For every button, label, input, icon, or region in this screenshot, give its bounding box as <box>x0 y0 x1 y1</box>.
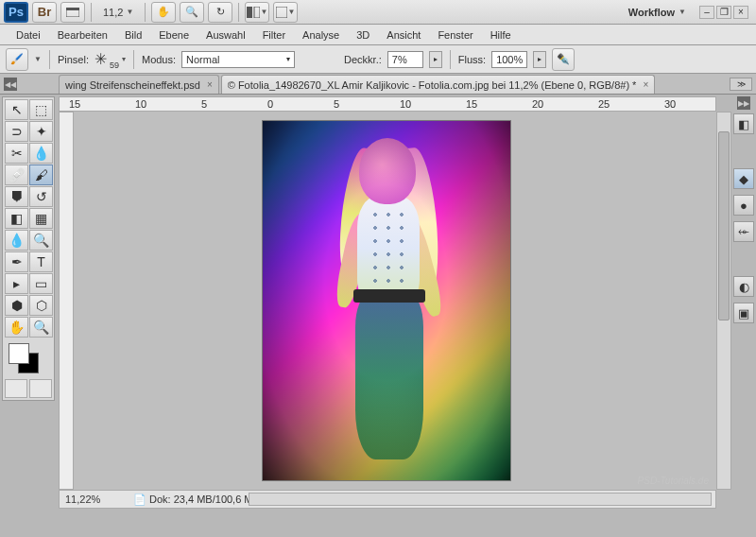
menu-datei[interactable]: Datei <box>8 25 49 44</box>
eraser-tool-icon[interactable]: ◧ <box>5 208 28 229</box>
crop-tool-icon[interactable]: ✂ <box>5 143 28 164</box>
menu-bild[interactable]: Bild <box>116 25 150 44</box>
opacity-label: Deckkr.: <box>344 54 382 65</box>
menu-3d[interactable]: 3D <box>348 25 378 44</box>
color-swatches[interactable] <box>5 341 52 375</box>
horizontal-scrollbar[interactable] <box>249 493 712 506</box>
flow-input[interactable]: 100% <box>491 51 527 68</box>
hand-tool-icon[interactable]: ✋ <box>5 317 28 338</box>
menu-fenster[interactable]: Fenster <box>429 25 481 44</box>
workspace: ↖ ⬚ ⊃ ✦ ✂ 💧 🩹 🖌 ⛊ ↺ ◧ ▦ 💧 🔍 ✒ T ▸ ▭ ⬢ ⬡ … <box>0 95 756 511</box>
brush-tool-icon[interactable]: 🖌 <box>29 165 53 185</box>
color-panel-icon[interactable]: ◧ <box>733 113 754 134</box>
menu-bearbeiten[interactable]: Bearbeiten <box>49 25 116 44</box>
separator <box>238 3 239 22</box>
status-bar: 11,22% 📄 Dok: 23,4 MB/100,6 MB ▸ <box>59 490 716 509</box>
watermark: PSD-Tutorials.de <box>638 476 709 486</box>
quickmask-icon[interactable] <box>5 379 27 398</box>
brush-picker[interactable]: ✳59▾ <box>94 50 126 68</box>
gradient-tool-icon[interactable]: ▦ <box>29 208 53 229</box>
brush-tool-preset-icon[interactable]: 🖌️ <box>6 48 28 71</box>
lasso-tool-icon[interactable]: ⊃ <box>5 121 28 142</box>
zoom-tool-icon[interactable]: 🔍 <box>29 317 53 338</box>
stamp-tool-icon[interactable]: ⛊ <box>5 186 28 207</box>
horizontal-ruler: 15105051015202530 <box>59 96 716 112</box>
collapse-left-icon[interactable]: ◀◀ <box>4 78 17 91</box>
move-tool-icon[interactable]: ↖ <box>5 99 28 120</box>
airbrush-icon[interactable]: ✒️ <box>552 48 575 71</box>
close-button[interactable]: × <box>733 6 748 19</box>
screenmode-icon[interactable] <box>29 379 52 398</box>
paths-panel-icon[interactable]: ⬰ <box>733 221 754 242</box>
layers-panel-icon[interactable]: ◆ <box>733 168 754 189</box>
close-tab-icon[interactable]: × <box>207 79 213 90</box>
pen-tool-icon[interactable]: ✒ <box>5 251 28 272</box>
rotate-view-icon[interactable]: ↻ <box>208 2 232 23</box>
history-brush-tool-icon[interactable]: ↺ <box>29 186 53 207</box>
workspace-switcher[interactable]: Workflow▼ <box>628 7 692 18</box>
canvas-viewport[interactable]: PSD-Tutorials.de <box>74 112 716 490</box>
dodge-tool-icon[interactable]: 🔍 <box>29 230 53 251</box>
marquee-tool-icon[interactable]: ⬚ <box>29 99 53 120</box>
zoom-tool-icon[interactable]: 🔍 <box>180 2 204 23</box>
blend-mode-select[interactable]: Normal▾ <box>181 51 295 68</box>
blur-tool-icon[interactable]: 💧 <box>5 230 28 251</box>
app-top-bar: Ps Br 11,2▼ ✋ 🔍 ↻ ▼ ▼ Workflow▼ – ❐ × <box>0 0 756 25</box>
separator <box>133 50 134 69</box>
opacity-input[interactable]: 7% <box>387 51 423 68</box>
chevron-down-icon[interactable]: ▼ <box>34 55 42 63</box>
separator <box>450 50 451 69</box>
svg-rect-2 <box>247 7 252 18</box>
channels-panel-icon[interactable]: ● <box>733 195 754 216</box>
menu-ebene[interactable]: Ebene <box>150 25 198 44</box>
flow-slider-toggle[interactable]: ▸ <box>533 51 546 68</box>
type-tool-icon[interactable]: T <box>29 251 53 272</box>
photoshop-logo-icon[interactable]: Ps <box>4 2 28 23</box>
hand-tool-icon[interactable]: ✋ <box>151 2 176 23</box>
status-zoom[interactable]: 11,22% <box>65 494 122 505</box>
menu-hilfe[interactable]: Hilfe <box>482 25 520 44</box>
eyedropper-tool-icon[interactable]: 💧 <box>29 143 53 164</box>
mode-label: Modus: <box>142 54 176 65</box>
menu-ansicht[interactable]: Ansicht <box>378 25 429 44</box>
3d-camera-tool-icon[interactable]: ⬡ <box>29 295 53 316</box>
document-tab-2[interactable]: © Fotolia_14982670_XL Amir Kaljikovic - … <box>221 75 656 94</box>
options-bar: 🖌️▼ Pinsel: ✳59▾ Modus: Normal▾ Deckkr.:… <box>0 45 756 74</box>
masks-panel-icon[interactable]: ▣ <box>733 303 754 323</box>
separator <box>91 3 92 22</box>
svg-rect-1 <box>66 8 79 10</box>
menu-filter[interactable]: Filter <box>254 25 294 44</box>
bridge-logo-icon[interactable]: Br <box>32 2 57 23</box>
adjustments-panel-icon[interactable]: ◐ <box>733 276 754 297</box>
shape-tool-icon[interactable]: ▭ <box>29 273 53 294</box>
separator <box>49 50 50 69</box>
maximize-button[interactable]: ❐ <box>716 6 731 19</box>
separator <box>145 3 146 22</box>
vertical-ruler <box>59 112 74 490</box>
document-canvas[interactable] <box>263 121 510 480</box>
tab-overflow-button[interactable]: ≫ <box>730 78 752 91</box>
heal-tool-icon[interactable]: 🩹 <box>5 165 28 185</box>
right-panel-dock: ▶▶ ◧ ◆ ● ⬰ ◐ ▣ <box>733 96 754 511</box>
vertical-scrollbar[interactable] <box>716 112 731 490</box>
screen-layout-icon[interactable]: ▼ <box>273 2 298 23</box>
collapse-right-icon[interactable]: ▶▶ <box>737 96 750 110</box>
wand-tool-icon[interactable]: ✦ <box>29 121 53 142</box>
minimize-button[interactable]: – <box>699 6 714 19</box>
toolbox: ↖ ⬚ ⊃ ✦ ✂ 💧 🩹 🖌 ⛊ ↺ ◧ ▦ 💧 🔍 ✒ T ▸ ▭ ⬢ ⬡ … <box>2 96 55 401</box>
arrange-docs-icon[interactable]: ▼ <box>245 2 269 23</box>
chevron-down-icon: ▼ <box>126 8 133 16</box>
opacity-slider-toggle[interactable]: ▸ <box>429 51 442 68</box>
zoom-select[interactable]: 11,2▼ <box>97 7 139 18</box>
menu-auswahl[interactable]: Auswahl <box>198 25 254 44</box>
scrollbar-thumb[interactable] <box>718 131 730 320</box>
document-tab-bar: ◀◀ wing Streifenscheineffekt.psd× © Foto… <box>0 74 756 95</box>
close-tab-icon[interactable]: × <box>643 79 648 90</box>
foreground-color[interactable] <box>9 343 29 364</box>
document-tab-1[interactable]: wing Streifenscheineffekt.psd× <box>59 75 219 94</box>
3d-tool-icon[interactable]: ⬢ <box>5 295 28 316</box>
svg-rect-4 <box>276 7 287 18</box>
path-select-tool-icon[interactable]: ▸ <box>5 273 28 294</box>
screen-mode-icon[interactable] <box>60 2 85 23</box>
menu-analyse[interactable]: Analyse <box>294 25 348 44</box>
